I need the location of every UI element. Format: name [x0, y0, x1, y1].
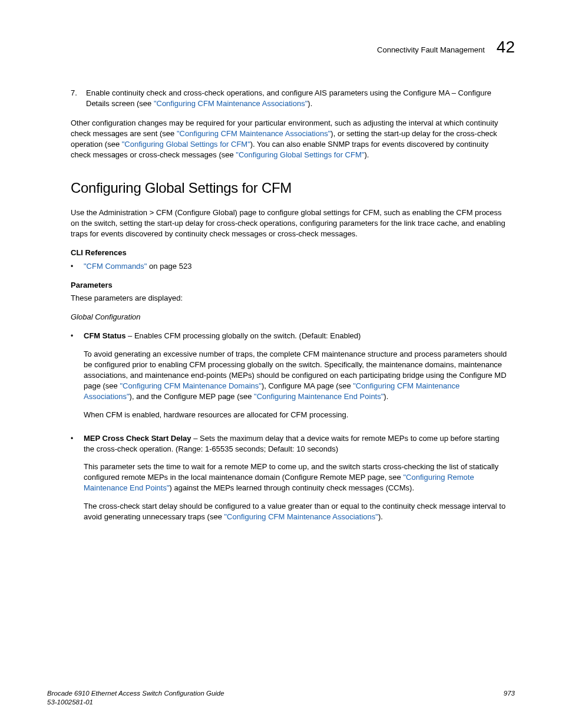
param-body: MEP Cross Check Start Delay – Sets the m…: [84, 433, 509, 529]
parameters-intro: These parameters are displayed:: [71, 293, 509, 304]
link-cfm-global-1[interactable]: "Configuring Global Settings for CFM": [122, 140, 250, 149]
param-mep-delay: • MEP Cross Check Start Delay – Sets the…: [71, 433, 509, 529]
param-desc-2: The cross-check start delay should be co…: [84, 501, 509, 522]
chapter-number: 42: [497, 35, 515, 58]
link-cfm-ma-2[interactable]: "Configuring CFM Maintenance Association…: [177, 129, 330, 138]
param-line: CFM Status – Enables CFM processing glob…: [84, 331, 509, 341]
link-cfm-global-2[interactable]: "Configuring Global Settings for CFM": [236, 150, 364, 159]
link-cfm-ma[interactable]: "Configuring CFM Maintenance Association…: [154, 99, 308, 108]
step-text: Enable continuity check and cross-check …: [86, 88, 509, 109]
step-7-item: 7. Enable continuity check and cross-che…: [71, 88, 509, 109]
text: – Enables CFM processing globally on the…: [126, 331, 361, 340]
param-line: MEP Cross Check Start Delay – Sets the m…: [84, 433, 509, 454]
paragraph-other-config: Other configuration changes may be requi…: [71, 118, 509, 161]
text: on page 523: [147, 262, 191, 271]
param-desc-1: This parameter sets the time to wait for…: [84, 462, 509, 494]
text: ).: [364, 150, 369, 159]
param-label: CFM Status: [84, 331, 126, 340]
param-desc-1: To avoid generating an excessive number …: [84, 349, 509, 403]
parameters-heading: Parameters: [71, 280, 509, 291]
bullet-icon: •: [71, 331, 77, 427]
cli-ref-list: • "CFM Commands" on page 523: [71, 261, 509, 272]
section-heading: Configuring Global Settings for CFM: [71, 178, 509, 198]
bullet-icon: •: [71, 433, 77, 529]
step-number: 7.: [71, 88, 80, 109]
text: ).: [384, 392, 388, 401]
text: ), Configure MA page (see: [262, 381, 353, 390]
parameters-list: • CFM Status – Enables CFM processing gl…: [71, 331, 509, 529]
section-intro: Use the Administration > CFM (Configure …: [71, 207, 509, 240]
step-list: 7. Enable continuity check and cross-che…: [71, 88, 509, 109]
param-desc-2: When CFM is enabled, hardware resources …: [84, 410, 509, 420]
header-title: Connectivity Fault Management: [377, 45, 485, 55]
param-label: MEP Cross Check Start Delay: [84, 434, 191, 443]
text: ).: [308, 99, 312, 108]
param-cfm-status: • CFM Status – Enables CFM processing gl…: [71, 331, 509, 427]
link-cfm-commands[interactable]: "CFM Commands": [84, 262, 147, 271]
footer-page-number: 973: [504, 689, 515, 707]
bullet-icon: •: [71, 261, 77, 272]
content: 7. Enable continuity check and cross-che…: [71, 88, 509, 529]
footer-left: Brocade 6910 Ethernet Access Switch Conf…: [47, 689, 224, 707]
text: ), and the Configure MEP page (see: [130, 392, 254, 401]
param-body: CFM Status – Enables CFM processing glob…: [84, 331, 509, 427]
page-header: Connectivity Fault Management 42: [47, 35, 515, 58]
global-config-subhead: Global Configuration: [71, 312, 509, 322]
link-cfm-mep[interactable]: "Configuring Maintenance End Points": [254, 392, 384, 401]
footer-doc-id: 53-1002581-01: [47, 698, 224, 707]
cli-ref-body: "CFM Commands" on page 523: [84, 261, 509, 272]
text: ) against the MEPs learned through conti…: [170, 483, 414, 492]
page-footer: Brocade 6910 Ethernet Access Switch Conf…: [47, 689, 515, 707]
link-cfm-md[interactable]: "Configuring CFM Maintenance Domains": [120, 381, 261, 390]
link-cfm-ma-4[interactable]: "Configuring CFM Maintenance Association…: [224, 512, 378, 521]
page: Connectivity Fault Management 42 7. Enab…: [0, 0, 562, 728]
cli-references-heading: CLI References: [71, 248, 509, 258]
text: ).: [378, 512, 383, 521]
cli-ref-item: • "CFM Commands" on page 523: [71, 261, 509, 272]
footer-doc-title: Brocade 6910 Ethernet Access Switch Conf…: [47, 689, 224, 698]
